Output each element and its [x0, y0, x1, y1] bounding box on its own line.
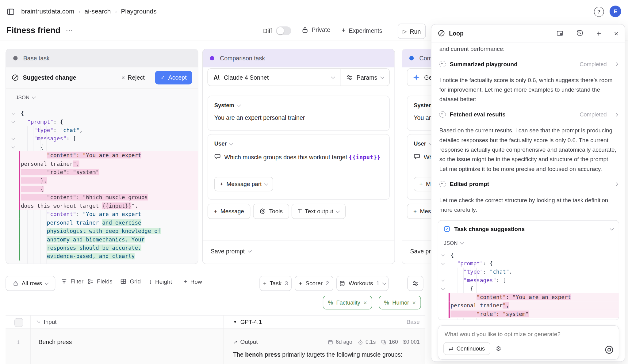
task-suggestion-icon — [444, 226, 450, 232]
task-change-suggestions-card[interactable]: Task change suggestions JSON { "prompt":… — [438, 220, 619, 320]
history-icon[interactable] — [576, 30, 584, 37]
step-status-icon — [439, 111, 446, 118]
scorer-label: Scorer — [305, 280, 323, 286]
chevron-right-icon — [614, 112, 618, 116]
new-session-icon[interactable]: + — [596, 29, 601, 37]
system-text[interactable]: You are an expert personal trainer — [214, 114, 389, 121]
row-input-value[interactable]: Bench press — [38, 339, 72, 345]
suggestions-card-header[interactable]: Task change suggestions — [438, 221, 619, 232]
base-json-editor[interactable]: { "prompt": { "type": "chat", "messages"… — [11, 109, 198, 264]
help-button[interactable]: ? — [594, 7, 604, 17]
avatar[interactable]: E — [610, 6, 621, 17]
fields-button[interactable]: Fields — [87, 278, 113, 285]
stop-icon[interactable] — [605, 345, 614, 354]
humor-scorer-badge[interactable]: % Humor × — [379, 296, 421, 309]
add-row-button[interactable]: + Row — [183, 278, 202, 286]
dataset-select[interactable]: Workouts1 — [336, 276, 389, 291]
table-settings-button[interactable] — [407, 276, 423, 291]
lock-icon — [302, 26, 308, 33]
loop-paragraph: Let me check the correct structure by lo… — [438, 195, 619, 214]
code-line: "content": "You are an expert — [11, 151, 198, 160]
factuality-scorer-badge[interactable]: % Factuality × — [323, 296, 372, 309]
fold-chevron-icon[interactable] — [441, 261, 445, 265]
reject-label: Reject — [128, 74, 145, 81]
tools-icon — [259, 208, 266, 214]
output-cell-label[interactable]: ↗ Output — [233, 339, 258, 345]
text-output-button[interactable]: T Text output — [292, 204, 346, 219]
base-language-select[interactable]: JSON — [16, 94, 35, 100]
run-label: Run — [410, 28, 421, 35]
diff-toggle[interactable] — [276, 26, 291, 35]
loop-step-edited-prompt[interactable]: Edited prompt — [438, 179, 619, 189]
suggestions-language-select[interactable]: JSON — [438, 232, 619, 249]
system-message-card[interactable]: System You are an expert personal traine… — [208, 96, 390, 131]
output-text[interactable]: The bench press primarily targets the fo… — [233, 349, 414, 360]
chevron-right-icon — [614, 182, 618, 186]
filter-button[interactable]: Filter — [61, 278, 83, 285]
loop-step-fetched-eval-results[interactable]: Fetched eval resultsCompleted — [438, 110, 619, 119]
chat-bubble-icon — [214, 153, 221, 160]
code-line: responses should be accurate, — [11, 244, 198, 252]
fold-chevron-icon[interactable] — [12, 136, 15, 140]
code-line: "type": "chat", — [441, 268, 619, 276]
breadcrumb-section[interactable]: Playgrounds — [121, 8, 156, 15]
code-line: { — [11, 185, 198, 193]
database-icon — [339, 280, 346, 286]
height-button[interactable]: ↕ Height — [149, 278, 172, 285]
fold-chevron-icon[interactable] — [441, 253, 445, 256]
fold-chevron-icon[interactable] — [441, 286, 445, 290]
user-message[interactable]: Which muscle groups does this workout ta… — [214, 152, 389, 162]
experiments-button[interactable]: + Experiments — [342, 26, 382, 34]
add-task-button[interactable]: +Task3 — [259, 276, 291, 291]
fold-chevron-icon[interactable] — [12, 145, 15, 148]
select-all-checkbox[interactable] — [14, 318, 23, 327]
add-message-part-button[interactable]: + Message part — [214, 177, 273, 191]
step-status: Completed — [580, 61, 607, 67]
loop-prompt-input[interactable] — [444, 331, 614, 338]
reject-button[interactable]: × Reject — [121, 74, 145, 81]
tools-button[interactable]: Tools — [253, 204, 289, 219]
params-button[interactable]: Params — [341, 69, 389, 86]
breadcrumb-org[interactable]: ai-search — [84, 8, 111, 15]
accept-button[interactable]: ✓ Accept — [155, 71, 192, 84]
loop-step-summarized-playground[interactable]: Summarized playgroundCompleted — [438, 59, 619, 69]
fold-chevron-icon[interactable] — [12, 111, 15, 115]
user-message-card[interactable]: User Which muscle groups does this worko… — [208, 134, 390, 200]
close-panel-icon[interactable]: × — [614, 29, 618, 37]
remove-scorer-icon[interactable]: × — [412, 299, 416, 306]
fold-chevron-icon[interactable] — [12, 119, 15, 123]
run-button[interactable]: ▷ Run — [398, 24, 426, 39]
step-status-icon — [439, 61, 446, 67]
play-icon: ▷ — [403, 28, 407, 34]
dataset-count: 1 — [376, 280, 380, 286]
humor-label: Humor — [392, 299, 409, 306]
private-button[interactable]: Private — [302, 26, 331, 33]
chevron-down-icon — [264, 182, 268, 186]
save-prompt-button[interactable]: Save prompt — [211, 248, 251, 254]
suggestions-json-editor[interactable]: { "prompt": { "type": "chat", "messages"… — [441, 251, 619, 320]
params-label: Params — [357, 74, 377, 81]
code-line: "role": "system" — [11, 168, 198, 176]
input-column-header[interactable]: Input — [44, 319, 56, 325]
model-select[interactable]: A\ Claude 4 Sonnet — [208, 69, 340, 86]
pop-out-icon[interactable] — [556, 30, 564, 37]
title-menu-button[interactable]: ⋯ — [66, 26, 73, 35]
base-task-dot — [13, 56, 17, 60]
continuous-mode-button[interactable]: ⇄ Continuous — [443, 342, 490, 355]
breadcrumb-project[interactable]: braintrustdata.com — [21, 8, 74, 15]
rows-filter-select[interactable]: All rows — [6, 276, 55, 291]
add-scorer-button[interactable]: +Scorer2 — [295, 276, 333, 291]
stopwatch-icon — [358, 339, 363, 345]
height-icon: ↕ — [149, 278, 152, 285]
fold-chevron-icon[interactable] — [441, 278, 445, 282]
sidebar-toggle-icon[interactable] — [6, 7, 15, 16]
percent-icon: % — [328, 299, 333, 306]
loop-conversation: and current performance:Summarized playg… — [438, 44, 619, 324]
add-message-button[interactable]: +Message — [208, 204, 251, 219]
remove-scorer-icon[interactable]: × — [363, 299, 367, 306]
step-label: Edited prompt — [450, 181, 611, 187]
gear-icon[interactable]: ⚙ — [496, 345, 501, 352]
table-row[interactable]: 1 Bench press ↗ Output 6d ago 0.1s 160 $… — [6, 329, 425, 364]
grid-button[interactable]: Grid — [120, 278, 141, 285]
model-column-header[interactable]: GPT-4.1 — [240, 319, 262, 325]
